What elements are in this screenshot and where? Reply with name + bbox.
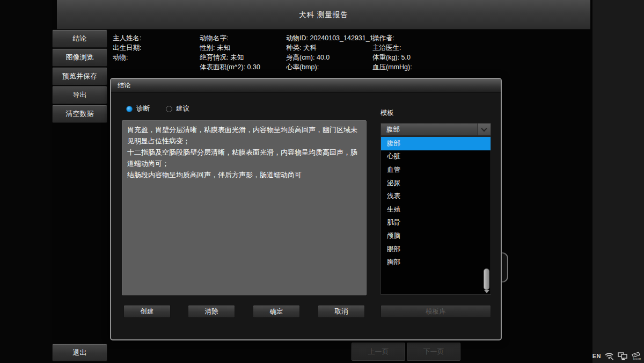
- left-margin: [0, 0, 52, 363]
- height-field: 身高(cm): 40.0: [286, 53, 383, 62]
- cancel-button[interactable]: 取消: [318, 305, 365, 318]
- operator-field: 操作者:: [372, 33, 464, 43]
- dual-display-icon: [618, 352, 627, 360]
- sidebar-item-export[interactable]: 导出: [52, 86, 107, 104]
- blood-pressure-field: 血压(mmHg):: [372, 62, 464, 72]
- exit-button[interactable]: 退出: [52, 344, 107, 361]
- scrollbar-down-arrow-icon[interactable]: [484, 290, 489, 293]
- species-field: 种类: 犬科: [286, 43, 383, 53]
- template-option-urinary[interactable]: 泌尿: [381, 177, 491, 190]
- conclusion-dialog: 结论 诊断 建议 胃充盈，胃壁分层清晰，粘膜表面光滑，内容物呈均质高回声，幽门区…: [110, 78, 502, 340]
- radio-selected-icon: [126, 106, 133, 112]
- template-option-heart[interactable]: 心脏: [381, 150, 491, 164]
- template-dropdown-list: 腹部 心脏 血管 泌尿 浅表 生殖 肌骨 颅脑 眼部 胸部: [380, 136, 491, 295]
- template-option-vascular[interactable]: 血管: [381, 163, 491, 177]
- sidebar-item-preview-save[interactable]: 预览并保存: [52, 67, 107, 85]
- create-button[interactable]: 创建: [123, 305, 171, 318]
- next-page-button[interactable]: 下一页: [407, 343, 460, 361]
- radio-suggestion[interactable]: 建议: [166, 104, 189, 113]
- gender-field: 性别: 未知: [200, 43, 291, 53]
- dicom-icon: DICOM: [631, 352, 641, 360]
- template-option-musculoskeletal[interactable]: 肌骨: [381, 216, 491, 230]
- template-selected-value: 腹部: [386, 126, 400, 133]
- patient-info-column: 动物名字: 性别: 未知 绝育情况: 未知 体表面积(m^2): 0.30: [200, 33, 291, 72]
- birth-date-field: 出生日期:: [113, 43, 204, 53]
- clear-button[interactable]: 清除: [188, 305, 235, 318]
- patient-info-column: 操作者: 主治医生: 体重(kg): 5.0 血压(mmHg):: [372, 33, 464, 72]
- veterinary-report-screen: 犬科 测量报告 结论 图像浏览 预览并保存 导出 清空数据 主人姓名: 出生日期…: [0, 0, 644, 363]
- confirm-button[interactable]: 确定: [253, 305, 300, 318]
- window-title: 犬科 测量报告: [57, 0, 590, 30]
- weight-field: 体重(kg): 5.0: [372, 53, 464, 62]
- status-tray: EN DICOM: [592, 351, 641, 361]
- template-label: 模板: [380, 108, 394, 118]
- radio-unselected-icon: [166, 106, 172, 112]
- patient-info-column: 动物ID: 20240103_142931_1… 种类: 犬科 身高(cm): …: [286, 33, 383, 72]
- attending-vet-field: 主治医生:: [372, 43, 464, 53]
- template-option-chest[interactable]: 胸部: [381, 256, 491, 269]
- conclusion-type-radios: 诊断 建议: [126, 104, 189, 113]
- animal-id-field: 动物ID: 20240103_142931_1…: [286, 33, 383, 43]
- template-option-cranial[interactable]: 颅脑: [381, 229, 491, 243]
- animal-field: 动物:: [113, 53, 204, 62]
- template-library-button[interactable]: 模板库: [380, 305, 491, 318]
- neutered-field: 绝育情况: 未知: [200, 53, 291, 62]
- heart-rate-field: 心率(bmp):: [286, 62, 383, 72]
- owner-name-field: 主人姓名:: [113, 33, 204, 43]
- body-surface-field: 体表面积(m^2): 0.30: [200, 62, 291, 72]
- sidebar-item-clear-data[interactable]: 清空数据: [52, 105, 107, 123]
- sidebar-item-image-browse[interactable]: 图像浏览: [52, 48, 107, 67]
- template-option-reproductive[interactable]: 生殖: [381, 203, 491, 216]
- dialog-title: 结论: [111, 79, 501, 92]
- template-option-superficial[interactable]: 浅表: [381, 190, 491, 203]
- scrollbar-thumb[interactable]: [484, 268, 489, 290]
- dropdown-scrollbar[interactable]: [484, 137, 490, 294]
- radio-diagnosis[interactable]: 诊断: [126, 104, 150, 113]
- previous-page-button[interactable]: 上一页: [352, 343, 405, 361]
- window-titlebar: 犬科 测量报告: [57, 0, 590, 30]
- template-select[interactable]: 腹部: [380, 123, 491, 136]
- svg-text:DICOM: DICOM: [633, 358, 641, 360]
- template-option-eye[interactable]: 眼部: [381, 243, 491, 256]
- patient-info-column: 主人姓名: 出生日期: 动物:: [113, 33, 204, 62]
- sidebar-item-conclusion[interactable]: 结论: [52, 30, 107, 48]
- language-indicator[interactable]: EN: [592, 353, 601, 359]
- patient-info-header: 主人姓名: 出生日期: 动物: 动物名字: 性别: 未知 绝育情况: 未知 体表…: [113, 33, 580, 76]
- select-arrow-box[interactable]: [477, 124, 491, 135]
- chevron-down-icon: [481, 126, 487, 132]
- wifi-icon: [605, 352, 614, 360]
- diagnosis-textarea[interactable]: 胃充盈，胃壁分层清晰，粘膜表面光滑，内容物呈均质高回声，幽门区域未见明显占位性病…: [122, 120, 367, 295]
- animal-name-field: 动物名字:: [200, 33, 291, 43]
- template-option-abdomen[interactable]: 腹部: [381, 137, 491, 150]
